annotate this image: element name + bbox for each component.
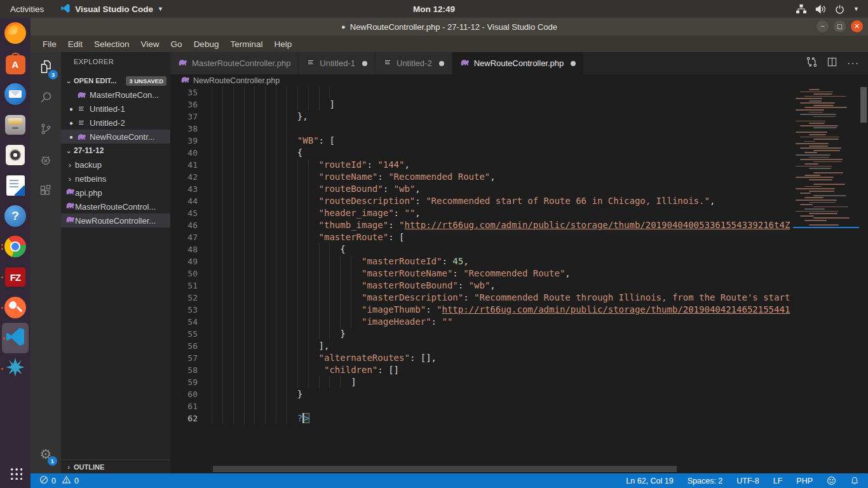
code-line-36[interactable]: ] bbox=[212, 98, 793, 111]
code-pane[interactable]: ] }, "WB": [ { "routeId": "144", "routeN… bbox=[212, 86, 793, 473]
menu-edit[interactable]: Edit bbox=[62, 39, 88, 49]
code-line-58[interactable]: "children": [] bbox=[212, 364, 793, 376]
open-editor-item[interactable]: ●NewRouteContr... bbox=[61, 130, 170, 144]
menu-view[interactable]: View bbox=[135, 39, 165, 49]
code-line-40[interactable]: { bbox=[212, 147, 793, 159]
minimize-button[interactable]: − bbox=[817, 20, 829, 32]
code-editor[interactable]: 3536373839404142434445464748495051525354… bbox=[170, 86, 868, 473]
search-activity-button[interactable] bbox=[31, 83, 61, 114]
tab-newroutecontroller-php[interactable]: NewRouteController.php bbox=[452, 52, 585, 74]
code-line-35[interactable] bbox=[212, 86, 793, 98]
open-editors-header[interactable]: ⌄ OPEN EDIT... 3 UNSAVED bbox=[61, 74, 170, 88]
dock-item-ubuntu-software[interactable]: A bbox=[0, 48, 31, 79]
code-line-56[interactable]: ], bbox=[212, 340, 793, 352]
code-line-57[interactable]: "alternateRoutes": [], bbox=[212, 352, 793, 364]
menu-debug[interactable]: Debug bbox=[188, 39, 225, 49]
tab-bar: MasterRouteController.phpUntitled-1Untit… bbox=[170, 52, 868, 74]
dock-item-files[interactable] bbox=[0, 109, 31, 140]
menu-file[interactable]: File bbox=[37, 39, 62, 49]
dock-item-vscode[interactable] bbox=[2, 323, 29, 353]
code-line-49[interactable]: "masterRouteId": 45, bbox=[212, 255, 793, 268]
power-icon[interactable] bbox=[835, 4, 844, 14]
settings-gear-button[interactable]: ⚙ 1 bbox=[31, 440, 61, 468]
open-editor-item[interactable]: ●Untitled-2 bbox=[61, 116, 170, 130]
app-menu[interactable]: Visual Studio Code ▼ bbox=[54, 3, 170, 15]
code-line-52[interactable]: "masterDescription": "Recommended Route … bbox=[212, 292, 793, 304]
tree-item-masterroutecontrol-[interactable]: MasterRouteControl... bbox=[61, 200, 170, 214]
code-line-48[interactable]: { bbox=[212, 243, 793, 255]
status-encoding[interactable]: UTF-8 bbox=[736, 477, 759, 485]
code-line-37[interactable]: }, bbox=[212, 111, 793, 123]
horizontal-scrollbar[interactable] bbox=[213, 466, 677, 472]
code-line-61[interactable] bbox=[212, 400, 793, 412]
network-icon[interactable] bbox=[796, 4, 806, 14]
code-line-55[interactable]: } bbox=[212, 328, 793, 340]
code-line-60[interactable]: } bbox=[212, 388, 793, 400]
code-line-46[interactable]: "thumb_image": "http://rt66ug.com/admin/… bbox=[212, 219, 793, 231]
code-line-43[interactable]: "routeBound": "wb", bbox=[212, 183, 793, 195]
folder-section-header[interactable]: ⌄ 27-11-12 bbox=[61, 144, 170, 158]
breadcrumb[interactable]: NewRouteController.php bbox=[170, 74, 868, 86]
open-changes-icon[interactable] bbox=[806, 57, 817, 70]
minimap[interactable] bbox=[793, 86, 859, 473]
vertical-scrollbar[interactable] bbox=[859, 86, 868, 473]
code-line-38[interactable] bbox=[212, 123, 793, 135]
code-line-47[interactable]: "masterRoute": [ bbox=[212, 231, 793, 243]
activities-button[interactable]: Activities bbox=[0, 0, 54, 18]
more-actions-icon[interactable]: ··· bbox=[847, 58, 859, 69]
menu-help[interactable]: Help bbox=[268, 39, 297, 49]
feedback-smiley-icon[interactable] bbox=[827, 476, 836, 485]
code-line-41[interactable]: "routeId": "144", bbox=[212, 159, 793, 171]
dock-item-thunderbird[interactable] bbox=[0, 79, 31, 109]
tab-masterroutecontroller-php[interactable]: MasterRouteController.php bbox=[170, 52, 299, 74]
dock-item-firefox[interactable] bbox=[0, 18, 31, 48]
code-line-39[interactable]: "WB": [ bbox=[212, 135, 793, 147]
code-line-62[interactable]: ?> bbox=[212, 412, 793, 424]
dock-item-help[interactable]: ? bbox=[0, 201, 31, 231]
dock-item-chrome[interactable] bbox=[0, 231, 31, 262]
status-language-mode[interactable]: PHP bbox=[796, 477, 813, 485]
code-line-44[interactable]: "routeDescription": "Recommended start o… bbox=[212, 195, 793, 207]
outline-section-header[interactable]: › OUTLINE bbox=[61, 459, 170, 473]
code-line-51[interactable]: "masterRouteBound": "wb", bbox=[212, 280, 793, 292]
debug-activity-button[interactable] bbox=[31, 146, 61, 177]
minimap-line bbox=[809, 202, 836, 203]
show-applications-button[interactable] bbox=[0, 460, 31, 485]
window-titlebar[interactable]: ● NewRouteController.php - 27-11-12 - Vi… bbox=[31, 18, 868, 36]
dock-item-libreoffice-writer[interactable] bbox=[0, 170, 31, 201]
open-editor-item[interactable]: MasterRouteCon... bbox=[61, 88, 170, 102]
close-button[interactable]: ✕ bbox=[851, 20, 863, 32]
dock-item-postman[interactable] bbox=[0, 292, 31, 323]
status-cursor-position[interactable]: Ln 62, Col 19 bbox=[626, 477, 673, 485]
tree-item-api-php[interactable]: api.php bbox=[61, 186, 170, 200]
open-editor-item[interactable]: ●Untitled-1 bbox=[61, 102, 170, 116]
status-indentation[interactable]: Spaces: 2 bbox=[688, 477, 723, 485]
code-line-50[interactable]: "masterRouteName": "Recommended Route", bbox=[212, 268, 793, 280]
volume-icon[interactable] bbox=[815, 4, 826, 14]
problems-indicator[interactable]: 0 0 bbox=[31, 475, 79, 486]
extensions-activity-button[interactable] bbox=[31, 177, 61, 208]
tab-untitled-1[interactable]: Untitled-1 bbox=[299, 52, 376, 74]
status-eol[interactable]: LF bbox=[773, 477, 783, 485]
code-line-54[interactable]: "imageHeader": "" bbox=[212, 316, 793, 328]
split-editor-icon[interactable] bbox=[827, 57, 837, 69]
menu-terminal[interactable]: Terminal bbox=[224, 39, 268, 49]
tree-item-backup[interactable]: ›backup bbox=[61, 158, 170, 172]
dock-item-filezilla[interactable]: FZ bbox=[0, 262, 31, 292]
source-control-activity-button[interactable] bbox=[31, 114, 61, 146]
code-line-42[interactable]: "routeName": "Recommended Route", bbox=[212, 171, 793, 183]
code-line-45[interactable]: "header_image": "", bbox=[212, 207, 793, 219]
tab-untitled-2[interactable]: Untitled-2 bbox=[376, 52, 452, 74]
code-line-53[interactable]: "imageThumb": "http://rt66ug.com/admin/p… bbox=[212, 304, 793, 316]
menu-go[interactable]: Go bbox=[165, 39, 188, 49]
maximize-button[interactable]: ◻ bbox=[834, 20, 846, 32]
notifications-bell-icon[interactable] bbox=[850, 476, 859, 485]
dock-item-rhythmbox[interactable] bbox=[0, 140, 31, 170]
code-line-59[interactable]: ] bbox=[212, 376, 793, 388]
tree-item-netbeins[interactable]: ›netbeins bbox=[61, 172, 170, 186]
tree-item-newroutecontroller-[interactable]: NewRouteController... bbox=[61, 214, 170, 227]
explorer-activity-button[interactable]: 3 bbox=[31, 52, 61, 83]
menu-selection[interactable]: Selection bbox=[88, 39, 135, 49]
chevron-down-icon[interactable]: ▼ bbox=[853, 6, 859, 12]
dock-item-paint-splash[interactable] bbox=[0, 353, 31, 384]
